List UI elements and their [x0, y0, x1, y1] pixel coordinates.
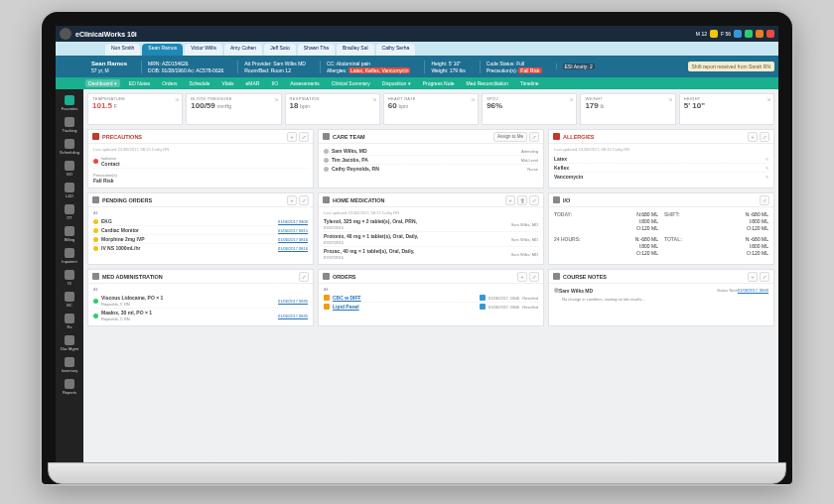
sidebar-item-ld[interactable]: L&D — [60, 181, 79, 200]
care-team-row[interactable]: Sam Wilks, MDAttending — [324, 147, 538, 156]
dashboard-grid: PRECAUTIONS + ⤢ Last updated: 01/06/2017… — [87, 129, 774, 326]
order-row[interactable]: Lipid Panel 01/06/2017, 0840 Resulted — [324, 303, 538, 311]
add-button[interactable]: + — [287, 195, 297, 205]
sidebar-item-billing[interactable]: Billing — [60, 224, 79, 244]
left-sidebar: FavoritesTrackingSchedulingEDL&DOTBillin… — [56, 89, 83, 470]
ribbon-tab[interactable]: Timeline — [517, 79, 542, 87]
add-button[interactable]: + — [287, 132, 297, 142]
chart-icon[interactable] — [480, 304, 486, 310]
expand-button[interactable]: ⤢ — [529, 272, 539, 282]
precautions-card: PRECAUTIONS + ⤢ Last updated: 01/06/2017… — [87, 129, 314, 189]
pending-order-row[interactable]: Morphine 2mg IVP01/06/2017 0816 — [93, 235, 308, 244]
expand-button[interactable]: ⤢ — [299, 195, 309, 205]
order-row[interactable]: CBC w DIFF 01/06/2017, 0840 Resulted — [324, 294, 538, 303]
person-icon — [324, 149, 329, 154]
edit-icon[interactable]: ✎ — [765, 166, 768, 171]
sidebar-item-tracking[interactable]: Tracking — [60, 115, 79, 135]
sidebar-item-reports[interactable]: Reports — [60, 377, 79, 397]
patient-tab[interactable]: Amy Cohen — [224, 44, 262, 56]
patient-tab[interactable]: Victor Willis — [185, 44, 222, 56]
ribbon-tab[interactable]: Disposition ▾ — [379, 79, 414, 87]
isolation-icon — [93, 159, 98, 164]
expand-button[interactable]: ⤢ — [299, 132, 309, 142]
allergy-row[interactable]: Latex✎ — [554, 155, 768, 164]
expand-button[interactable]: ⤢ — [529, 195, 539, 205]
expand-button[interactable]: ⤢ — [529, 132, 539, 142]
sidebar-item-favorites[interactable]: Favorites — [60, 93, 79, 113]
add-button[interactable]: + — [505, 195, 515, 205]
ribbon-tab[interactable]: Med Reconciliation — [464, 79, 511, 87]
bell-icon[interactable] — [710, 30, 718, 38]
add-button[interactable]: + — [748, 132, 758, 142]
vital-tile[interactable]: ⇲RESPIRATION18 bpm — [285, 93, 380, 125]
patient-tab[interactable]: Sean Ramos — [142, 44, 183, 56]
expand-button[interactable]: ⤢ — [760, 272, 769, 282]
ribbon-tab[interactable]: ED Notes — [126, 79, 153, 87]
allergy-row[interactable]: Keflex✎ — [554, 164, 768, 173]
sidebar-item-scheduling[interactable]: Scheduling — [60, 137, 79, 157]
ot-icon — [65, 204, 74, 214]
add-button[interactable]: + — [517, 272, 527, 282]
ribbon-tab[interactable]: I/O — [268, 79, 281, 87]
ribbon-tab[interactable]: Vitals — [218, 79, 236, 87]
expand-button[interactable]: ⤢ — [299, 272, 309, 282]
med-admin-row[interactable]: Viscous Lidocaine, PO × 1Reynolds, C RN0… — [93, 294, 308, 309]
sidebar-item-inpatient[interactable]: Inpatient — [60, 246, 79, 266]
vital-tile[interactable]: ⇲BLOOD PRESSURE100/59 mmHg — [186, 93, 281, 125]
sidebar-item-bc[interactable]: BC — [60, 290, 79, 310]
pending-order-row[interactable]: IV NS 1000mL/hr01/06/2017 0816 — [93, 244, 308, 252]
inpatient-icon — [65, 248, 74, 258]
sidebar-item-docmgmt[interactable]: Doc Mgmt — [60, 333, 79, 353]
home-med-row[interactable]: Prozac, 40 mg × 1 tablet(s), Oral, Daily… — [324, 247, 538, 261]
vital-tile[interactable]: ⇲HEIGHT5' 10" — [679, 93, 774, 125]
assign-to-me-button[interactable]: Assign to Me — [493, 132, 527, 142]
ribbon-tab[interactable]: Assessments — [287, 79, 323, 87]
expand-button[interactable]: ⤢ — [760, 132, 769, 142]
allergy-row[interactable]: Vancomycin✎ — [554, 173, 768, 181]
care-team-row[interactable]: Tim Jacobs, PAMid-Level — [324, 156, 538, 165]
home-med-row[interactable]: Tylenol, 325 mg × 2 tablet(s), Oral, PRN… — [324, 217, 538, 232]
vital-tile[interactable]: ⇲TEMPERATURE101.5 F — [87, 93, 183, 125]
med-admin-row[interactable]: Maalox, 30 ml, PO × 1Reynolds, C RN01/06… — [93, 309, 308, 322]
billing-icon — [65, 226, 74, 236]
sidebar-item-rx[interactable]: Rx — [60, 312, 79, 331]
is-icon — [65, 270, 74, 280]
course-note-row[interactable]: Sam Wilks MDStatus Note 01/06/2017, 0840… — [554, 287, 768, 303]
vital-tile[interactable]: ⇲WEIGHT179 lb — [580, 93, 675, 125]
edit-icon[interactable]: ✎ — [765, 175, 768, 180]
sidebar-item-inventory[interactable]: Inventory — [60, 355, 79, 375]
help-icon[interactable] — [745, 30, 753, 38]
shift-note[interactable]: Shift report received from Sarah RN — [688, 62, 774, 71]
patient-tab[interactable]: Shawn Tha — [298, 44, 335, 56]
sidebar-item-ed[interactable]: ED — [60, 159, 79, 179]
delete-button[interactable]: 🗑 — [517, 195, 527, 205]
refresh-icon[interactable] — [734, 30, 742, 38]
edit-icon[interactable]: ✎ — [765, 157, 768, 162]
chart-icon[interactable] — [480, 295, 486, 301]
ribbon-tab[interactable]: Dashboard ▾ — [85, 79, 120, 87]
patient-tab[interactable]: Non Smith — [105, 44, 140, 56]
ribbon-tab[interactable]: Schedule — [187, 79, 213, 87]
home-med-row[interactable]: Protonix, 40 mg × 1 tablet(s), Oral, Dai… — [324, 232, 538, 247]
order-icon — [93, 228, 98, 233]
patient-tab[interactable]: Cathy Serha — [376, 44, 416, 56]
vital-tile[interactable]: ⇲SpO296% — [482, 93, 577, 125]
logout-icon[interactable] — [766, 30, 774, 38]
pending-icon — [92, 196, 99, 203]
add-button[interactable]: + — [748, 272, 758, 282]
patient-tab[interactable]: Jeff Soto — [264, 44, 296, 56]
ribbon-tab[interactable]: Clinical Summary — [329, 79, 373, 87]
settings-icon[interactable] — [756, 30, 764, 38]
order-icon — [93, 219, 98, 224]
ribbon-tab[interactable]: Orders — [159, 79, 180, 87]
expand-button[interactable]: ⤢ — [760, 195, 769, 205]
pending-order-row[interactable]: EKG01/06/2017 0800 — [93, 217, 308, 226]
sidebar-item-ot[interactable]: OT — [60, 202, 79, 222]
care-team-row[interactable]: Cathy Reynolds, RNNurse — [324, 165, 538, 173]
pending-order-row[interactable]: Cardiac Monitor01/06/2017 0815 — [93, 226, 308, 235]
ribbon-tab[interactable]: Progress Note — [420, 79, 458, 87]
ribbon-tab[interactable]: eMAR — [243, 79, 263, 87]
sidebar-item-is[interactable]: IS — [60, 268, 79, 288]
patient-tab[interactable]: Bradley Sal — [337, 44, 374, 56]
vital-tile[interactable]: ⇲HEART RATE60 bpm — [383, 93, 479, 125]
